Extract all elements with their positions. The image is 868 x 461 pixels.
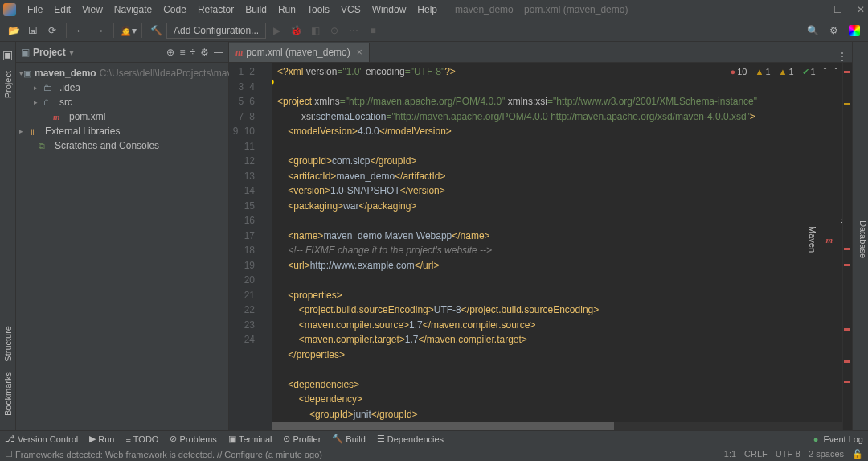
intention-bulb-icon[interactable]: 💡 (272, 77, 276, 93)
close-icon[interactable]: ✕ (857, 4, 865, 15)
menu-refactor[interactable]: Refactor (193, 2, 239, 17)
tree-external-libs[interactable]: ▸⫼External Libraries (16, 124, 228, 138)
menu-navigate[interactable]: Navigate (109, 2, 157, 17)
open-icon[interactable]: 📂 (5, 22, 23, 39)
database-tool-button[interactable]: Database (858, 220, 868, 258)
menu-file[interactable]: File (23, 2, 47, 17)
line-separator[interactable]: CRLF (744, 449, 768, 459)
project-view-icon: ▣ (21, 47, 30, 58)
menu-edit[interactable]: Edit (49, 2, 76, 17)
file-encoding[interactable]: UTF-8 (776, 449, 800, 459)
help-icon[interactable] (845, 22, 863, 39)
readonly-icon[interactable]: 🔓 (852, 449, 863, 459)
back-icon[interactable]: ← (72, 22, 89, 39)
editor-tab-pom[interactable]: m pom.xml (maven_demo) × (229, 43, 370, 62)
stop-icon[interactable]: ■ (364, 22, 382, 39)
menu-help[interactable]: Help (412, 2, 442, 17)
build-tab[interactable]: 🔨 Build (332, 434, 365, 444)
event-log-tab[interactable]: Event Log (813, 434, 863, 444)
right-tool-gutter: Database Big Data Tools m Maven (852, 42, 868, 430)
maximize-icon[interactable]: ☐ (833, 4, 842, 15)
structure-tool-button[interactable]: Structure (3, 326, 13, 362)
collapse-all-icon[interactable]: ÷ (190, 47, 195, 58)
app-logo-icon (3, 3, 16, 16)
inspection-status[interactable]: 10111ˆˇ (731, 64, 837, 80)
error-stripe[interactable] (842, 63, 852, 430)
search-icon[interactable]: 🔍 (804, 22, 821, 39)
menu-vcs[interactable]: VCS (336, 2, 366, 17)
fold-gutter[interactable] (261, 63, 272, 430)
tree-src-folder[interactable]: ▸🗀src (16, 95, 228, 109)
sync-icon[interactable]: ⟳ (43, 22, 61, 39)
forward-icon[interactable]: → (91, 22, 108, 39)
dependencies-tab[interactable]: ☰ Dependencies (377, 434, 444, 444)
editor-tabbar: m pom.xml (maven_demo) × ⋮ (229, 42, 852, 63)
run-icon[interactable]: ▶ (268, 22, 285, 39)
project-tool-button[interactable]: Project (3, 71, 13, 98)
status-message[interactable]: Frameworks detected: Web framework is de… (15, 450, 322, 459)
menu-code[interactable]: Code (158, 2, 191, 17)
settings-icon[interactable]: ⚙ (825, 22, 842, 39)
menubar: File Edit View Navigate Code Refactor Bu… (23, 2, 442, 17)
todo-tab[interactable]: ≡ TODO (125, 434, 158, 444)
select-opened-icon[interactable]: ⊕ (166, 47, 174, 58)
menu-tools[interactable]: Tools (302, 2, 334, 17)
tab-close-icon[interactable]: × (357, 47, 362, 58)
attach-icon[interactable]: ⋯ (345, 22, 362, 39)
profiler-tab[interactable]: ⊙ Profiler (283, 434, 321, 444)
build-icon[interactable]: 🔨 (147, 22, 165, 39)
project-tool-icon[interactable]: ▣ (2, 48, 13, 61)
line-gutter: 1 2 3 4 5 6 7 8 9 10 11 12 13 14 15 16 1… (229, 63, 261, 430)
profile-icon[interactable]: ⊙ (326, 22, 343, 39)
bookmarks-tool-button[interactable]: Bookmarks (3, 372, 13, 416)
statusbar: ☐ Frameworks detected: Web framework is … (0, 447, 868, 461)
run-tab[interactable]: ▶ Run (89, 434, 114, 444)
save-icon[interactable]: 🖫 (24, 22, 42, 39)
titlebar: File Edit View Navigate Code Refactor Bu… (0, 0, 868, 19)
add-configuration-button[interactable]: Add Configuration... (166, 23, 266, 39)
menu-window[interactable]: Window (367, 2, 411, 17)
bottom-toolbar: ⎇ Version Control ▶ Run ≡ TODO ⊘ Problem… (0, 430, 868, 447)
minimize-icon[interactable]: — (809, 4, 819, 15)
status-icon[interactable]: ☐ (5, 449, 13, 459)
expand-all-icon[interactable]: ≡ (179, 47, 185, 58)
code-editor[interactable]: 10111ˆˇ💡<?xml version="1.0" encoding="UT… (272, 63, 842, 430)
caret-position[interactable]: 1:1 (724, 449, 736, 459)
version-control-tab[interactable]: ⎇ Version Control (5, 434, 78, 444)
tree-scratches[interactable]: ⧉Scratches and Consoles (16, 138, 228, 153)
problems-tab[interactable]: ⊘ Problems (170, 434, 216, 444)
project-panel-title: Project (33, 47, 66, 58)
debug-icon[interactable]: 🐞 (287, 22, 305, 39)
tree-root[interactable]: ▾▣ maven_demoC:\Users\dell\IdeaProjects\… (16, 66, 228, 80)
main-toolbar: 📂 🖫 ⟳ ← → 🙍▾ 🔨 Add Configuration... ▶ 🐞 … (0, 19, 868, 42)
menu-view[interactable]: View (77, 2, 108, 17)
chevron-down-icon[interactable]: ▾ (69, 47, 74, 58)
left-tool-gutter: ▣ Project Structure Bookmarks (0, 42, 16, 430)
menu-run[interactable]: Run (273, 2, 301, 17)
indent-setting[interactable]: 2 spaces (809, 449, 844, 459)
terminal-tab[interactable]: ▣ Terminal (228, 434, 272, 444)
panel-settings-icon[interactable]: ⚙ (200, 47, 209, 58)
coverage-icon[interactable]: ◧ (306, 22, 324, 39)
hide-panel-icon[interactable]: — (214, 47, 223, 58)
user-config-icon[interactable]: 🙍▾ (119, 22, 137, 39)
window-title: maven_demo – pom.xml (maven_demo) (455, 4, 628, 15)
tree-idea-folder[interactable]: ▸🗀.idea (16, 80, 228, 95)
editor-area: m pom.xml (maven_demo) × ⋮ 1 2 3 4 5 6 7… (229, 42, 852, 430)
horizontal-scrollbar[interactable] (272, 422, 842, 430)
project-tree: ▾▣ maven_demoC:\Users\dell\IdeaProjects\… (16, 63, 228, 156)
project-panel: ▣ Project ▾ ⊕ ≡ ÷ ⚙ — ▾▣ maven_demoC:\Us… (16, 42, 229, 430)
maven-file-icon: m (235, 47, 243, 59)
tab-options-icon[interactable]: ⋮ (837, 51, 847, 62)
menu-build[interactable]: Build (240, 2, 272, 17)
tab-label: pom.xml (maven_demo) (246, 47, 350, 58)
tree-pom-file[interactable]: mpom.xml (16, 109, 228, 124)
